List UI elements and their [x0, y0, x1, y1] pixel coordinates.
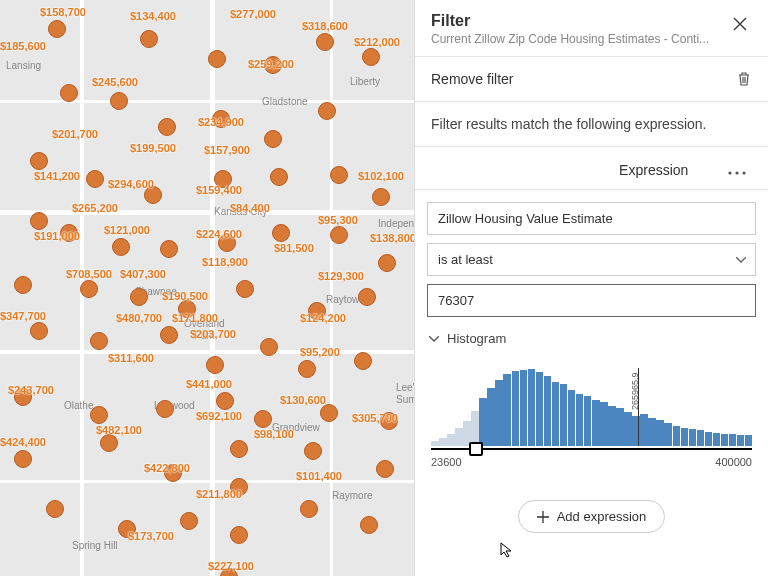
map-point[interactable] [86, 170, 104, 188]
map-point[interactable] [216, 392, 234, 410]
price-label: $692,100 [196, 410, 242, 422]
map-point[interactable] [156, 400, 174, 418]
close-icon[interactable] [728, 12, 752, 36]
price-label: $185,600 [0, 40, 46, 52]
map-point[interactable] [304, 442, 322, 460]
price-label: $171,800 [172, 312, 218, 324]
map-point[interactable] [14, 276, 32, 294]
map-point[interactable] [46, 500, 64, 518]
price-label: $130,600 [280, 394, 326, 406]
price-label: $227,100 [208, 560, 254, 572]
price-label: $129,300 [318, 270, 364, 282]
svg-point-1 [735, 171, 738, 174]
histogram-bar [640, 414, 648, 446]
add-expression-button[interactable]: Add expression [518, 500, 666, 533]
histogram-bar [689, 429, 697, 446]
map-point[interactable] [230, 526, 248, 544]
histogram-bar [568, 390, 576, 446]
map-point[interactable] [360, 516, 378, 534]
map-point[interactable] [316, 33, 334, 51]
map-point[interactable] [300, 500, 318, 518]
map-point[interactable] [236, 280, 254, 298]
map-point[interactable] [90, 332, 108, 350]
map-point[interactable] [230, 440, 248, 458]
map-point[interactable] [60, 84, 78, 102]
histogram-bar [705, 432, 713, 446]
map-point[interactable] [14, 450, 32, 468]
value-input[interactable] [427, 284, 756, 317]
city-label: Spring Hill [72, 540, 118, 551]
map-point[interactable] [158, 118, 176, 136]
map-canvas[interactable]: LansingLibertyGladstoneKansas CityIndepe… [0, 0, 414, 576]
map-point[interactable] [376, 460, 394, 478]
price-label: $158,700 [40, 6, 86, 18]
price-label: $118,900 [202, 256, 248, 268]
histogram-slider-handle[interactable] [469, 442, 483, 456]
field-selector[interactable]: Zillow Housing Value Estimate [427, 202, 756, 235]
match-message: Filter results match the following expre… [415, 102, 768, 147]
map-point[interactable] [30, 152, 48, 170]
map-point[interactable] [206, 356, 224, 374]
histogram-bar [520, 370, 528, 446]
map-point[interactable] [318, 102, 336, 120]
histogram-bar [512, 371, 520, 446]
map-point[interactable] [264, 130, 282, 148]
map-point[interactable] [110, 92, 128, 110]
price-label: $138,800 [370, 232, 414, 244]
map-point[interactable] [354, 352, 372, 370]
price-label: $211,800 [196, 488, 242, 500]
price-label: $84,400 [230, 202, 270, 214]
histogram-bar [648, 418, 656, 446]
map-point[interactable] [30, 212, 48, 230]
city-label: Olathe [64, 400, 93, 411]
map-point[interactable] [130, 288, 148, 306]
map-point[interactable] [140, 30, 158, 48]
price-label: $102,100 [358, 170, 404, 182]
city-label: Gladstone [262, 96, 308, 107]
caret-down-icon [736, 257, 746, 263]
histogram-bar [576, 394, 584, 446]
map-point[interactable] [48, 20, 66, 38]
map-point[interactable] [378, 254, 396, 272]
price-label: $482,100 [96, 424, 142, 436]
map-point[interactable] [272, 224, 290, 242]
histogram-bar [608, 406, 616, 446]
map-point[interactable] [298, 360, 316, 378]
price-label: $708,500 [66, 268, 112, 280]
map-point[interactable] [330, 226, 348, 244]
map-point[interactable] [160, 240, 178, 258]
price-label: $480,700 [116, 312, 162, 324]
map-point[interactable] [358, 288, 376, 306]
map-point[interactable] [100, 434, 118, 452]
histogram-toggle[interactable]: Histogram [427, 325, 756, 356]
histogram-bar [544, 376, 552, 446]
price-label: $245,600 [92, 76, 138, 88]
remove-filter-button[interactable]: Remove filter [415, 57, 768, 102]
price-label: $265,200 [72, 202, 118, 214]
map-point[interactable] [320, 404, 338, 422]
map-point[interactable] [270, 168, 288, 186]
operator-select[interactable]: is at least [427, 243, 756, 276]
price-label: $212,000 [354, 36, 400, 48]
expression-heading: Expression [580, 162, 729, 178]
map-point[interactable] [112, 238, 130, 256]
histogram-axis-min: 23600 [431, 456, 462, 468]
map-point[interactable] [208, 50, 226, 68]
map-point[interactable] [160, 326, 178, 344]
map-point[interactable] [254, 410, 272, 428]
map-point[interactable] [90, 406, 108, 424]
price-label: $101,400 [296, 470, 342, 482]
expression-menu-icon[interactable] [728, 161, 752, 179]
histogram-bar [471, 411, 479, 446]
panel-title: Filter [431, 12, 709, 30]
map-point[interactable] [372, 188, 390, 206]
map-point[interactable] [330, 166, 348, 184]
map-point[interactable] [180, 512, 198, 530]
price-label: $347,700 [0, 310, 46, 322]
map-point[interactable] [30, 322, 48, 340]
remove-filter-label: Remove filter [431, 71, 513, 87]
map-point[interactable] [260, 338, 278, 356]
map-point[interactable] [362, 48, 380, 66]
histogram-bar [656, 420, 664, 446]
map-point[interactable] [80, 280, 98, 298]
